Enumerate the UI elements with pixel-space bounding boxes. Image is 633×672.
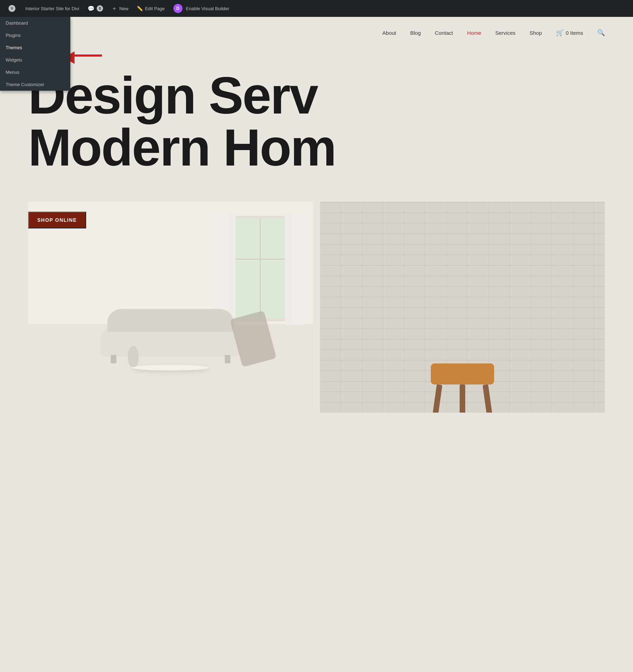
main-nav: About Blog Contact Home Services Shop 🛒 … — [382, 29, 605, 37]
dropdown-item-dashboard[interactable]: Dashboard — [0, 17, 70, 29]
left-image-card: SHOP ONLINE — [28, 202, 313, 413]
coffee-table — [132, 365, 209, 370]
dropdown-item-theme-customizer[interactable]: Theme Customizer — [0, 78, 70, 91]
hero-title-line1: Design Serv — [28, 70, 605, 122]
wp-logo-icon — [7, 4, 17, 13]
divi-icon: D — [173, 4, 183, 13]
edit-page-label: Edit Page — [145, 6, 165, 11]
cart-items-label: 0 Items — [566, 30, 583, 36]
search-icon[interactable]: 🔍 — [597, 29, 605, 37]
arrow-shaft — [74, 54, 102, 57]
hero-title-line2: Modern Hom — [28, 122, 605, 174]
nav-services[interactable]: Services — [495, 30, 516, 36]
nav-shop[interactable]: Shop — [530, 30, 542, 36]
site-name-button[interactable]: Interior Starter Site for Divi — [21, 0, 83, 17]
appearance-dropdown: Dashboard Plugins Themes Widgets Menus T… — [0, 17, 70, 91]
cart-icon: 🛒 — [556, 29, 564, 37]
arrow-indicator — [74, 54, 102, 57]
wp-logo-button[interactable] — [3, 0, 21, 17]
nav-home[interactable]: Home — [467, 30, 481, 36]
comments-button[interactable]: 💬 0 — [83, 0, 107, 17]
enable-visual-builder-label: Enable Visual Builder — [186, 6, 229, 11]
sculpture-decoration — [128, 346, 139, 367]
site-header: bout About Blog Contact Home Services Sh… — [0, 17, 633, 49]
edit-page-button[interactable]: ✏️ Edit Page — [133, 0, 169, 17]
stool-seat — [431, 363, 494, 385]
nav-contact[interactable]: Contact — [435, 30, 453, 36]
window-pane-horizontal — [231, 259, 289, 260]
stool-leg-3 — [460, 385, 465, 413]
comment-count: 0 — [97, 5, 103, 12]
dropdown-item-plugins[interactable]: Plugins — [0, 29, 70, 41]
dropdown-item-themes[interactable]: Themes — [0, 41, 70, 54]
nav-about[interactable]: About — [382, 30, 396, 36]
new-button[interactable]: ＋ New — [107, 0, 133, 17]
dropdown-item-widgets[interactable]: Widgets — [0, 54, 70, 66]
pencil-icon: ✏️ — [137, 6, 143, 11]
admin-bar: Interior Starter Site for Divi 💬 0 ＋ New… — [0, 0, 633, 17]
nav-blog[interactable]: Blog — [410, 30, 421, 36]
comment-icon: 💬 — [88, 5, 95, 12]
hero-section: Design Serv Modern Hom — [0, 49, 633, 188]
dropdown-item-menus[interactable]: Menus — [0, 66, 70, 78]
nav-cart[interactable]: 🛒 0 Items — [556, 29, 583, 37]
image-grid: SHOP ONLINE — [0, 188, 633, 427]
plus-icon: ＋ — [111, 5, 117, 12]
new-label: New — [119, 6, 128, 11]
shop-online-button[interactable]: SHOP ONLINE — [28, 212, 86, 228]
stool — [431, 363, 494, 385]
room-visualization-left — [28, 202, 313, 413]
enable-visual-builder-button[interactable]: D Enable Visual Builder — [169, 0, 234, 17]
brick-wall-background — [320, 202, 605, 413]
right-image-card — [320, 202, 605, 413]
site-name-text: Interior Starter Site for Divi — [25, 6, 79, 11]
